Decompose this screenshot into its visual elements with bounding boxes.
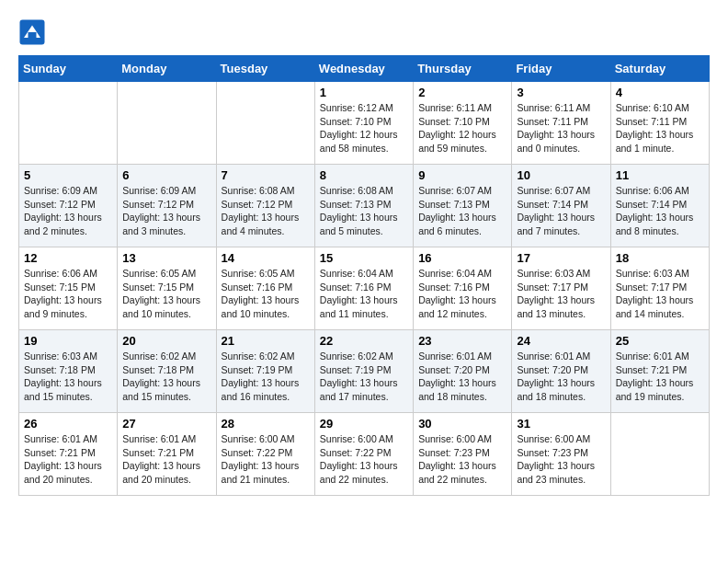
day-info: Sunrise: 6:08 AM Sunset: 7:12 PM Dayligh… [222, 184, 310, 238]
calendar-cell: 13Sunrise: 6:05 AM Sunset: 7:15 PM Dayli… [118, 247, 216, 330]
day-number: 7 [222, 168, 310, 182]
day-info: Sunrise: 6:01 AM Sunset: 7:21 PM Dayligh… [616, 350, 704, 404]
calendar-cell: 3Sunrise: 6:11 AM Sunset: 7:11 PM Daylig… [512, 82, 610, 165]
day-info: Sunrise: 6:04 AM Sunset: 7:16 PM Dayligh… [320, 267, 408, 321]
day-info: Sunrise: 6:01 AM Sunset: 7:20 PM Dayligh… [517, 350, 605, 404]
day-number: 17 [517, 251, 605, 265]
day-info: Sunrise: 6:06 AM Sunset: 7:14 PM Dayligh… [616, 184, 704, 238]
header-wednesday: Wednesday [314, 56, 413, 82]
day-info: Sunrise: 6:09 AM Sunset: 7:12 PM Dayligh… [122, 184, 210, 238]
logo [18, 18, 50, 46]
day-number: 13 [122, 251, 210, 265]
week-row-5: 26Sunrise: 6:01 AM Sunset: 7:21 PM Dayli… [19, 413, 710, 496]
calendar-cell: 27Sunrise: 6:01 AM Sunset: 7:21 PM Dayli… [118, 413, 216, 496]
day-info: Sunrise: 6:10 AM Sunset: 7:11 PM Dayligh… [616, 101, 704, 155]
day-number: 23 [418, 334, 506, 348]
calendar-cell [610, 413, 709, 496]
logo-icon [18, 18, 46, 46]
day-number: 30 [418, 417, 506, 431]
header-tuesday: Tuesday [216, 56, 314, 82]
day-info: Sunrise: 6:12 AM Sunset: 7:10 PM Dayligh… [320, 101, 408, 155]
day-info: Sunrise: 6:01 AM Sunset: 7:21 PM Dayligh… [122, 432, 210, 487]
day-info: Sunrise: 6:11 AM Sunset: 7:10 PM Dayligh… [418, 101, 506, 155]
day-number: 16 [418, 251, 506, 265]
calendar-cell: 8Sunrise: 6:08 AM Sunset: 7:13 PM Daylig… [314, 165, 413, 247]
day-info: Sunrise: 6:01 AM Sunset: 7:21 PM Dayligh… [24, 432, 112, 487]
day-info: Sunrise: 6:08 AM Sunset: 7:13 PM Dayligh… [320, 184, 408, 238]
day-number: 4 [616, 86, 704, 99]
calendar-cell: 20Sunrise: 6:02 AM Sunset: 7:18 PM Dayli… [118, 330, 216, 413]
day-number: 3 [517, 86, 605, 99]
calendar-cell: 11Sunrise: 6:06 AM Sunset: 7:14 PM Dayli… [610, 165, 709, 247]
calendar-cell: 22Sunrise: 6:02 AM Sunset: 7:19 PM Dayli… [314, 330, 413, 413]
calendar-cell: 12Sunrise: 6:06 AM Sunset: 7:15 PM Dayli… [19, 247, 118, 330]
day-info: Sunrise: 6:07 AM Sunset: 7:14 PM Dayligh… [517, 184, 605, 238]
day-number: 8 [320, 168, 408, 182]
day-number: 24 [517, 334, 605, 348]
calendar-cell: 29Sunrise: 6:00 AM Sunset: 7:22 PM Dayli… [314, 413, 413, 496]
calendar-cell: 18Sunrise: 6:03 AM Sunset: 7:17 PM Dayli… [610, 247, 709, 330]
page-header [18, 18, 710, 46]
calendar-cell [118, 82, 216, 165]
day-number: 5 [24, 168, 112, 182]
calendar-cell: 24Sunrise: 6:01 AM Sunset: 7:20 PM Dayli… [512, 330, 610, 413]
calendar-cell: 30Sunrise: 6:00 AM Sunset: 7:23 PM Dayli… [414, 413, 512, 496]
day-number: 21 [222, 334, 310, 348]
calendar-cell: 1Sunrise: 6:12 AM Sunset: 7:10 PM Daylig… [314, 82, 413, 165]
calendar-cell: 14Sunrise: 6:05 AM Sunset: 7:16 PM Dayli… [216, 247, 314, 330]
day-number: 10 [517, 168, 605, 182]
calendar-cell: 17Sunrise: 6:03 AM Sunset: 7:17 PM Dayli… [512, 247, 610, 330]
svg-rect-2 [28, 32, 37, 38]
day-info: Sunrise: 6:05 AM Sunset: 7:16 PM Dayligh… [222, 267, 310, 321]
day-info: Sunrise: 6:02 AM Sunset: 7:19 PM Dayligh… [222, 350, 310, 404]
calendar-table: SundayMondayTuesdayWednesdayThursdayFrid… [18, 55, 710, 496]
day-number: 28 [222, 417, 310, 431]
calendar-cell: 2Sunrise: 6:11 AM Sunset: 7:10 PM Daylig… [414, 82, 512, 165]
header-friday: Friday [512, 56, 610, 82]
day-number: 26 [24, 417, 112, 431]
calendar-cell: 21Sunrise: 6:02 AM Sunset: 7:19 PM Dayli… [216, 330, 314, 413]
week-row-1: 1Sunrise: 6:12 AM Sunset: 7:10 PM Daylig… [19, 82, 710, 165]
day-number: 2 [418, 86, 506, 99]
week-row-2: 5Sunrise: 6:09 AM Sunset: 7:12 PM Daylig… [19, 165, 710, 247]
calendar-header-row: SundayMondayTuesdayWednesdayThursdayFrid… [19, 56, 710, 82]
calendar-cell: 15Sunrise: 6:04 AM Sunset: 7:16 PM Dayli… [314, 247, 413, 330]
day-info: Sunrise: 6:00 AM Sunset: 7:23 PM Dayligh… [517, 432, 605, 487]
day-number: 11 [616, 168, 704, 182]
day-number: 25 [616, 334, 704, 348]
calendar-cell: 9Sunrise: 6:07 AM Sunset: 7:13 PM Daylig… [414, 165, 512, 247]
calendar-cell: 7Sunrise: 6:08 AM Sunset: 7:12 PM Daylig… [216, 165, 314, 247]
week-row-4: 19Sunrise: 6:03 AM Sunset: 7:18 PM Dayli… [19, 330, 710, 413]
day-number: 9 [418, 168, 506, 182]
header-sunday: Sunday [19, 56, 118, 82]
day-info: Sunrise: 6:00 AM Sunset: 7:23 PM Dayligh… [418, 432, 506, 487]
calendar-cell: 16Sunrise: 6:04 AM Sunset: 7:16 PM Dayli… [414, 247, 512, 330]
day-number: 31 [517, 417, 605, 431]
calendar-cell: 25Sunrise: 6:01 AM Sunset: 7:21 PM Dayli… [610, 330, 709, 413]
calendar-cell: 26Sunrise: 6:01 AM Sunset: 7:21 PM Dayli… [19, 413, 118, 496]
header-monday: Monday [118, 56, 216, 82]
day-info: Sunrise: 6:03 AM Sunset: 7:17 PM Dayligh… [616, 267, 704, 321]
day-info: Sunrise: 6:06 AM Sunset: 7:15 PM Dayligh… [24, 267, 112, 321]
calendar-cell: 10Sunrise: 6:07 AM Sunset: 7:14 PM Dayli… [512, 165, 610, 247]
day-info: Sunrise: 6:02 AM Sunset: 7:19 PM Dayligh… [320, 350, 408, 404]
calendar-cell: 5Sunrise: 6:09 AM Sunset: 7:12 PM Daylig… [19, 165, 118, 247]
calendar-cell: 6Sunrise: 6:09 AM Sunset: 7:12 PM Daylig… [118, 165, 216, 247]
day-number: 22 [320, 334, 408, 348]
day-info: Sunrise: 6:03 AM Sunset: 7:17 PM Dayligh… [517, 267, 605, 321]
day-info: Sunrise: 6:00 AM Sunset: 7:22 PM Dayligh… [320, 432, 408, 487]
day-info: Sunrise: 6:09 AM Sunset: 7:12 PM Dayligh… [24, 184, 112, 238]
day-number: 19 [24, 334, 112, 348]
day-info: Sunrise: 6:03 AM Sunset: 7:18 PM Dayligh… [24, 350, 112, 404]
day-info: Sunrise: 6:00 AM Sunset: 7:22 PM Dayligh… [222, 432, 310, 487]
calendar-cell [19, 82, 118, 165]
calendar-cell: 19Sunrise: 6:03 AM Sunset: 7:18 PM Dayli… [19, 330, 118, 413]
day-number: 27 [122, 417, 210, 431]
day-info: Sunrise: 6:07 AM Sunset: 7:13 PM Dayligh… [418, 184, 506, 238]
day-number: 14 [222, 251, 310, 265]
day-info: Sunrise: 6:11 AM Sunset: 7:11 PM Dayligh… [517, 101, 605, 155]
day-info: Sunrise: 6:02 AM Sunset: 7:18 PM Dayligh… [122, 350, 210, 404]
day-info: Sunrise: 6:05 AM Sunset: 7:15 PM Dayligh… [122, 267, 210, 321]
day-info: Sunrise: 6:04 AM Sunset: 7:16 PM Dayligh… [418, 267, 506, 321]
day-number: 29 [320, 417, 408, 431]
